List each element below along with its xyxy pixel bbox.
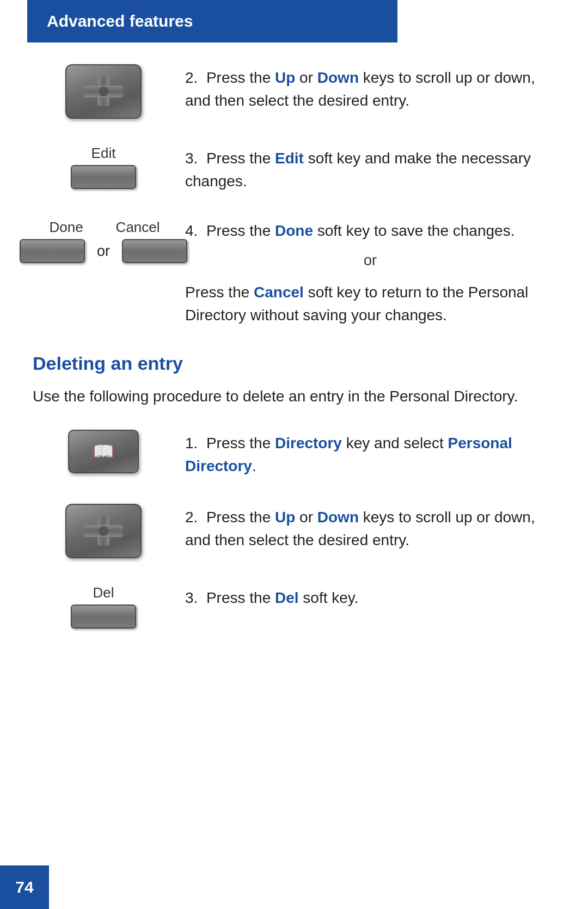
down-highlight: Down (317, 69, 359, 86)
del-step-row-3: Del 3. Press the Del soft key. (33, 584, 555, 629)
del-up-highlight: Up (275, 509, 295, 526)
step-num-2: 2. (185, 69, 206, 86)
del-step-right-2: 2. Press the Up or Down keys to scroll u… (174, 504, 555, 552)
del-step-right-1: 1. Press the Directory key and select Pe… (174, 430, 555, 478)
directory-highlight: Directory (275, 435, 342, 452)
step-right-2: 2. Press the Up or Down keys to scroll u… (174, 64, 555, 112)
edit-label: Edit (91, 145, 116, 162)
step-left-nav (33, 64, 174, 119)
del-highlight: Del (275, 589, 299, 606)
directory-book-icon: 📖 (93, 441, 114, 462)
or-divider: or (185, 249, 555, 272)
cancel-label: Cancel (116, 219, 160, 236)
done-label: Done (49, 219, 83, 236)
step-row-2: 2. Press the Up or Down keys to scroll u… (33, 64, 555, 119)
nav-key-icon (65, 64, 142, 119)
del-step-row-2: 2. Press the Up or Down keys to scroll u… (33, 504, 555, 558)
del-step-right-3: 3. Press the Del soft key. (174, 584, 555, 609)
del-nav-key-icon (65, 504, 142, 558)
dual-softkey-row: or (20, 239, 187, 263)
step-row-4: Done Cancel or 4. Press the Done soft ke… (33, 219, 555, 327)
personal-directory-highlight: Personal Directory (185, 435, 512, 474)
del-step-row-1: 📖 1. Press the Directory key and select … (33, 430, 555, 478)
directory-key-icon: 📖 (68, 430, 139, 473)
step-row-3: Edit 3. Press the Edit soft key and make… (33, 145, 555, 193)
done-softkey-icon (20, 239, 85, 263)
step-num-3: 3. (185, 150, 206, 167)
header-bar: Advanced features (27, 0, 397, 42)
edit-highlight: Edit (275, 150, 304, 167)
step-left-edit: Edit (33, 145, 174, 189)
page-title: Advanced features (47, 12, 193, 30)
del-step-num-3: 3. (185, 589, 206, 606)
cancel-highlight: Cancel (254, 284, 304, 301)
step-num-4: 4. (185, 222, 206, 239)
step-right-4: 4. Press the Done soft key to save the c… (174, 219, 555, 327)
or-between-keys: or (97, 243, 110, 260)
del-nav-cross (82, 515, 125, 547)
del-label: Del (93, 584, 114, 601)
del-step-left-del: Del (33, 584, 174, 629)
main-content: 2. Press the Up or Down keys to scroll u… (0, 42, 588, 698)
del-softkey-icon (71, 605, 136, 629)
dual-softkey-labels: Done Cancel (47, 219, 160, 236)
del-step-left-nav (33, 504, 174, 558)
del-down-highlight: Down (317, 509, 359, 526)
del-step-num-2: 2. (185, 509, 206, 526)
step-right-3: 3. Press the Edit soft key and make the … (174, 145, 555, 193)
step-left-done-cancel: Done Cancel or (33, 219, 174, 263)
del-step-left-1: 📖 (33, 430, 174, 473)
edit-softkey-icon (71, 165, 136, 189)
cancel-para: Press the Cancel soft key to return to t… (185, 281, 555, 327)
nav-cross (82, 75, 125, 108)
nav-center (99, 87, 108, 96)
section2-heading: Deleting an entry (33, 353, 555, 374)
section2-intro: Use the following procedure to delete an… (33, 385, 555, 408)
page-number: 74 (15, 878, 33, 896)
del-nav-center (99, 526, 108, 536)
up-highlight: Up (275, 69, 295, 86)
step4-text: 4. Press the Done soft key to save the c… (185, 219, 555, 243)
footer: 74 (0, 865, 49, 909)
del-step-num-1: 1. (185, 435, 206, 452)
done-highlight: Done (275, 222, 313, 239)
